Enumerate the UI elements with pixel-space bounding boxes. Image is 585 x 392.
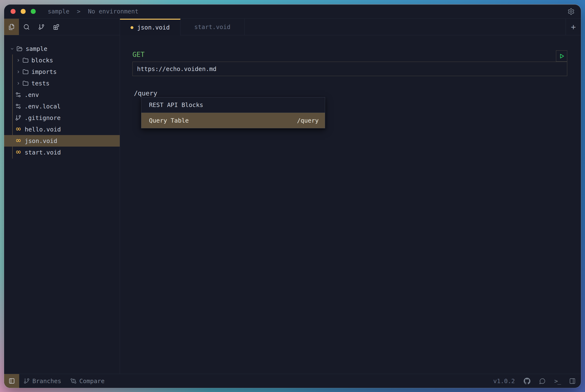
panel-right-icon (569, 378, 576, 384)
github-button[interactable] (524, 378, 530, 384)
tree-item-label: imports (32, 68, 57, 75)
tree-item-label: start.void (25, 149, 61, 156)
git-branch-icon (15, 115, 21, 121)
tree-item-hello-void[interactable]: ∞ hello.void (4, 124, 120, 135)
tree-item-gitignore[interactable]: .gitignore (4, 112, 120, 124)
http-method-selector[interactable]: GET (132, 50, 145, 58)
panel-left-icon (9, 378, 15, 384)
tree-item-label: hello.void (25, 126, 61, 133)
status-bar-right: v1.0.2 >_ (493, 378, 581, 384)
folder-open-icon (16, 46, 22, 52)
play-icon (558, 53, 565, 59)
blocks-panel-item-query-table[interactable]: Query Table /query (141, 113, 325, 128)
tree-item-label: .env.local (24, 103, 61, 110)
tree-item-json-void[interactable]: ∞ json.void (4, 135, 120, 146)
titlebar[interactable]: sample > No environment (4, 4, 581, 19)
blocks-icon (53, 24, 60, 30)
editor-content: GET /query REST API Blocks Query Table /… (120, 35, 581, 374)
search-button[interactable] (19, 19, 34, 35)
extensions-button[interactable] (49, 19, 64, 35)
tree-item-tests[interactable]: tests (4, 78, 120, 89)
window-minimize-button[interactable] (21, 9, 26, 14)
top-row: json.void start.void + (4, 19, 581, 35)
branches-label: Branches (32, 378, 61, 384)
infinity-icon: ∞ (15, 137, 22, 144)
new-tab-button[interactable]: + (566, 19, 581, 35)
tab-bar-filler (244, 19, 566, 35)
explorer-files-button[interactable] (4, 19, 19, 35)
main-area: sample blocks imports tests (4, 35, 581, 374)
block-item-value: /query (297, 117, 319, 124)
chevron-right-icon (16, 58, 20, 62)
send-request-button[interactable] (556, 50, 567, 62)
file-explorer-sidebar: sample blocks imports tests (4, 35, 120, 374)
tree-item-label: .gitignore (24, 114, 61, 122)
chevron-right-icon: > (77, 8, 80, 15)
block-item-name: Query Table (149, 117, 189, 124)
window-controls (10, 9, 36, 14)
folder-icon (22, 80, 28, 86)
tab-start-void[interactable]: start.void (180, 19, 244, 35)
tab-label: json.void (137, 24, 170, 31)
git-compare-icon (70, 378, 76, 384)
endpoint-path-label: /query (134, 90, 158, 97)
github-icon (524, 378, 530, 384)
window-zoom-button[interactable] (31, 9, 36, 14)
tree-item-label: json.void (25, 138, 57, 144)
chat-bubble-icon (539, 378, 546, 384)
app-window: sample > No environment (4, 4, 581, 388)
blocks-panel-header: REST API Blocks (141, 98, 325, 113)
branches-button[interactable]: Branches (24, 378, 61, 384)
window-close-button[interactable] (10, 9, 16, 14)
status-bar: Branches Compare v1.0.2 >_ (4, 374, 581, 388)
toggle-right-panel-button[interactable] (569, 378, 576, 384)
search-icon (23, 24, 30, 30)
tree-item-label: blocks (32, 57, 53, 64)
activity-bar (4, 19, 120, 35)
infinity-icon: ∞ (15, 149, 22, 155)
tree-item-label: tests (32, 80, 50, 87)
folder-icon (22, 69, 28, 75)
tree-item-blocks[interactable]: blocks (4, 54, 120, 66)
modified-dot-icon (130, 26, 134, 29)
git-branch-icon (38, 24, 45, 30)
app-version: v1.0.2 (493, 378, 515, 384)
url-field-container (132, 62, 567, 76)
tree-item-env-local[interactable]: .env.local (4, 100, 120, 112)
sliders-icon (15, 103, 21, 110)
git-branch-icon (24, 378, 30, 384)
sliders-icon (15, 92, 21, 98)
chevron-right-icon (16, 70, 20, 74)
files-icon (8, 24, 15, 30)
url-input[interactable] (133, 66, 567, 72)
tab-json-void[interactable]: json.void (120, 19, 180, 35)
breadcrumb-project[interactable]: sample (48, 8, 69, 15)
toggle-sidebar-button[interactable] (4, 374, 19, 388)
settings-gear-icon[interactable] (568, 8, 575, 15)
feedback-chat-button[interactable] (539, 378, 546, 384)
terminal-button[interactable]: >_ (554, 378, 560, 384)
tree-item-env[interactable]: .env (4, 89, 120, 100)
tree-item-imports[interactable]: imports (4, 66, 120, 78)
folder-icon (22, 57, 28, 63)
breadcrumb: sample > No environment (48, 8, 138, 15)
chevron-down-icon (10, 47, 14, 51)
infinity-icon: ∞ (15, 126, 22, 132)
tree-item-label: sample (26, 45, 47, 52)
tree-item-start-void[interactable]: ∞ start.void (4, 146, 120, 158)
desktop-background: sample > No environment (0, 0, 585, 392)
compare-button[interactable]: Compare (70, 378, 104, 384)
environment-selector[interactable]: No environment (88, 8, 138, 15)
chevron-right-icon (16, 81, 20, 86)
compare-label: Compare (79, 378, 104, 384)
tab-label: start.void (194, 24, 230, 30)
blocks-dropdown-panel: REST API Blocks Query Table /query (141, 97, 325, 128)
source-control-button[interactable] (34, 19, 49, 35)
tree-item-label: .env (24, 92, 39, 98)
tree-item-sample[interactable]: sample (4, 43, 120, 54)
tab-bar: json.void start.void + (120, 19, 581, 35)
